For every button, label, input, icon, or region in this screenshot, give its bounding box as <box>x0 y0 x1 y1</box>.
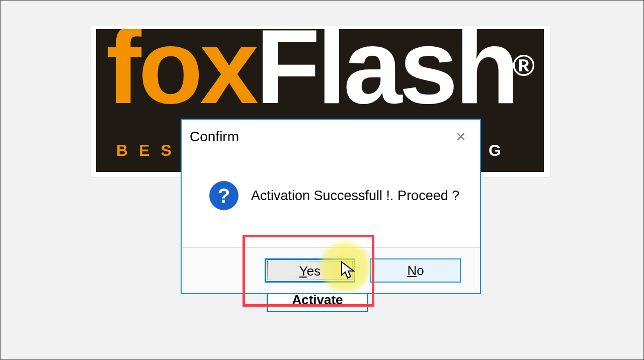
yes-label: Yes <box>299 263 320 279</box>
dialog-footer: Yes No <box>182 247 480 293</box>
confirm-dialog: Confirm × ? Activation Successfull !. Pr… <box>181 119 481 294</box>
close-icon[interactable]: × <box>451 127 471 147</box>
activate-label: Activate <box>292 292 343 307</box>
no-button[interactable]: No <box>370 258 461 283</box>
yes-button[interactable]: Yes <box>265 258 355 283</box>
no-label: No <box>407 263 424 278</box>
logo-fox: fox <box>106 29 256 126</box>
logo-flash: Flash <box>256 29 516 126</box>
dialog-message: Activation Successfull !. Proceed ? <box>251 188 459 204</box>
tagline-right: G <box>489 141 512 160</box>
question-icon: ? <box>209 181 238 210</box>
dialog-title: Confirm <box>190 129 239 145</box>
app-window: foxFlash ® BESP G Activate Confirm × ? A… <box>0 0 644 360</box>
logo-text: foxFlash <box>106 29 516 120</box>
registered-mark: ® <box>513 48 535 83</box>
